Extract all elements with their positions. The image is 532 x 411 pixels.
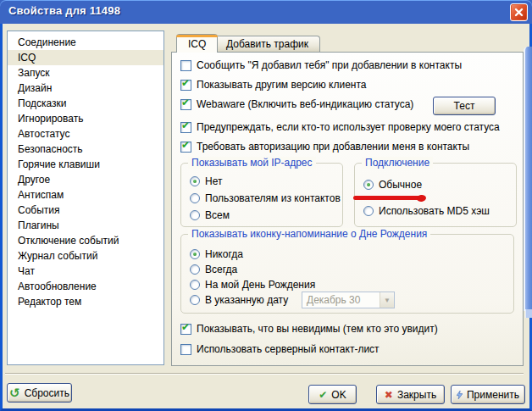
reset-button-label: Сбросить: [25, 387, 69, 399]
apply-lightning-icon: [457, 389, 463, 401]
red-underline-annotation: [353, 196, 424, 200]
checkbox-warn-status-check[interactable]: ✔ Предупреждать, если кто-то использует …: [180, 121, 500, 133]
checkbox-label: Предупреждать, если кто-то использует пр…: [197, 121, 500, 133]
radio-button: [190, 176, 200, 186]
checkbox-box: ✔: [180, 80, 191, 91]
check-icon: ✔: [181, 140, 190, 151]
checkbox-show-invisible[interactable]: ✔ Показывать, что вы невидимы (тем кто э…: [180, 323, 438, 335]
checkbox-label: Требовать авторизацию при добавлении мен…: [197, 141, 469, 153]
group-birthday-title: Показывать иконку-напоминание о Дне Рожд…: [188, 228, 430, 240]
radio-connection-md5[interactable]: Использовать MD5 хэш: [363, 205, 490, 217]
sidebar-item-hotkeys[interactable]: Горячие клавиши: [8, 157, 163, 172]
checkbox-label: Использовать серверный контакт-лист: [197, 343, 380, 355]
checkbox-box: ✔: [180, 344, 191, 355]
group-connection: Подключение Обычное Использовать MD5 хэш: [354, 163, 517, 227]
close-x-icon: ✖: [385, 389, 393, 401]
ok-check-icon: ✔: [319, 389, 327, 401]
radio-button: [363, 206, 374, 216]
radio-button: [190, 264, 200, 275]
sidebar-item-antispam[interactable]: Антиспам: [8, 187, 163, 203]
tab-icq[interactable]: ICQ: [176, 34, 218, 53]
radio-birthday-my[interactable]: На мой День Рождения: [190, 279, 315, 291]
ok-button[interactable]: ✔ OK: [308, 385, 357, 404]
test-button-label: Тест: [454, 100, 475, 112]
sidebar-item-ignore[interactable]: Игнорировать: [8, 111, 163, 126]
checkbox-label: Показывать другим версию клиента: [197, 79, 366, 91]
radio-birthday-always[interactable]: Всегда: [190, 264, 237, 275]
checkbox-label: Webaware (Включить веб-индикацию статуса…: [197, 98, 413, 110]
check-icon: ✔: [181, 97, 190, 108]
sidebar-item-chat[interactable]: Чат: [8, 264, 163, 279]
group-connection-title: Подключение: [362, 157, 433, 169]
radio-birthday-never[interactable]: Никогда: [190, 248, 243, 260]
sidebar-item-plugins[interactable]: Плагины: [8, 218, 163, 233]
radio-button: [190, 210, 200, 220]
sidebar-item-security[interactable]: Безопасность: [8, 142, 163, 157]
close-button[interactable]: [510, 3, 528, 21]
checkbox-webaware[interactable]: ✔ Webaware (Включить веб-индикацию стату…: [180, 98, 413, 110]
radio-birthday-date[interactable]: В указанную дату: [190, 294, 288, 306]
radio-ip-all[interactable]: Всем: [190, 209, 230, 221]
radio-label: В указанную дату: [205, 294, 288, 306]
sidebar-item-event-log[interactable]: Журнал событий: [8, 248, 163, 264]
sidebar-item-events[interactable]: События: [8, 203, 163, 218]
background-window-sliver: [524, 47, 532, 311]
radio-label: Никогда: [205, 248, 243, 260]
radio-label: Всегда: [205, 264, 237, 275]
check-icon: ✔: [181, 78, 190, 89]
radio-button: [190, 193, 200, 203]
radio-label: Всем: [205, 209, 230, 221]
reset-icon: ↺: [9, 386, 20, 399]
radio-ip-contacts[interactable]: Пользователям из контактов: [190, 192, 341, 204]
radio-label: На мой День Рождения: [205, 279, 315, 291]
sidebar-item-autostatus[interactable]: Автостатус: [8, 126, 163, 142]
sidebar-item-disable-events[interactable]: Отключение событий: [8, 233, 163, 248]
radio-button: [363, 180, 374, 190]
check-icon: ✔: [181, 322, 190, 333]
radio-label: Нет: [205, 175, 222, 187]
checkbox-show-client-version[interactable]: ✔ Показывать другим версию клиента: [180, 79, 366, 91]
checkbox-box: ✔: [180, 142, 191, 153]
radio-button: [190, 295, 200, 305]
close-dialog-button[interactable]: ✖ Закрыть: [376, 385, 445, 404]
sidebar-item-icq[interactable]: ICQ: [8, 50, 163, 65]
checkbox-box: ✔: [180, 324, 191, 335]
sidebar-item-other[interactable]: Другое: [8, 172, 163, 187]
birthday-date-dropdown[interactable]: Декабрь 30 ▼: [302, 292, 395, 308]
checkbox-notify-added[interactable]: ✔ Сообщить "Я добавил тебя" при добавлен…: [180, 59, 462, 71]
reset-button[interactable]: ↺ Сбросить: [7, 383, 72, 403]
radio-button: [190, 249, 200, 259]
ok-button-label: OK: [331, 389, 346, 401]
checkbox-box: ✔: [180, 60, 191, 71]
checkbox-server-contact-list[interactable]: ✔ Использовать серверный контакт-лист: [180, 343, 380, 355]
sidebar-item-design[interactable]: Дизайн: [8, 81, 163, 96]
category-listbox[interactable]: Соединение ICQ Запуск Дизайн Подсказки И…: [7, 31, 164, 365]
sidebar-item-hints[interactable]: Подсказки: [8, 96, 163, 111]
icq-tab-panel: ✔ Сообщить "Я добавил тебя" при добавлен…: [171, 52, 524, 366]
checkbox-box: ✔: [180, 122, 191, 133]
checkbox-box: ✔: [180, 99, 191, 110]
radio-connection-normal[interactable]: Обычное: [363, 179, 422, 191]
test-button[interactable]: Тест: [433, 97, 496, 115]
titlebar: Свойства для 11498: [0, 0, 532, 24]
radio-label: Использовать MD5 хэш: [379, 205, 490, 217]
chevron-down-icon: ▼: [380, 292, 394, 308]
sidebar-item-connection[interactable]: Соединение: [8, 35, 163, 50]
screenshot-stage: Свойства для 11498 Соединение ICQ Запуск…: [0, 0, 532, 411]
checkbox-label: Показывать, что вы невидимы (тем кто это…: [197, 323, 438, 335]
apply-button-label: Применить: [467, 389, 519, 401]
radio-button: [190, 280, 200, 290]
check-icon: ✔: [181, 120, 190, 131]
sidebar-item-theme-editor[interactable]: Редактор тем: [8, 294, 163, 309]
tab-add-traffic[interactable]: Добавить трафик: [214, 36, 320, 52]
sidebar-item-autoupdate[interactable]: Автообновление: [8, 279, 163, 294]
radio-label: Обычное: [379, 179, 422, 191]
checkbox-require-auth[interactable]: ✔ Требовать авторизацию при добавлении м…: [180, 141, 469, 153]
checkbox-label: Сообщить "Я добавил тебя" при добавлении…: [197, 59, 462, 71]
close-icon: [514, 8, 524, 17]
radio-ip-no[interactable]: Нет: [190, 175, 222, 187]
close-button-label: Закрыть: [397, 389, 436, 401]
apply-button[interactable]: Применить: [451, 385, 525, 404]
sidebar-item-startup[interactable]: Запуск: [8, 65, 163, 81]
tab-icq-label: ICQ: [188, 38, 206, 50]
